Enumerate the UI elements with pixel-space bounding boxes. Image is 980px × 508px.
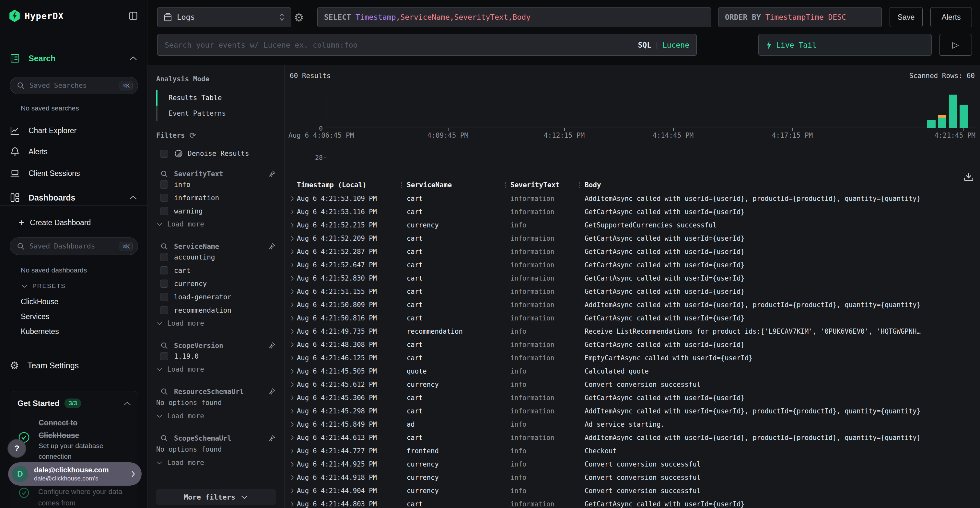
checkbox[interactable]	[160, 306, 168, 314]
denoise-results-option[interactable]: Denoise Results	[156, 149, 276, 158]
results-histogram[interactable]: 28 0 Aug 6 4:06:45 PM4:09:45 PM4:12:15 P…	[285, 65, 980, 146]
table-row[interactable]: Aug 6 4:21:48.308 PMcartinformationGetCa…	[288, 338, 980, 351]
column-header-body[interactable]: Body	[585, 181, 980, 189]
expand-row-icon[interactable]	[288, 422, 297, 427]
table-row[interactable]: Aug 6 4:21:45.298 PMcartinformationAddIt…	[288, 404, 980, 418]
chevron-up-icon[interactable]	[129, 195, 137, 200]
table-row[interactable]: Aug 6 4:21:44.613 PMcartinformationAddIt…	[288, 431, 980, 444]
facet-option-load-generator[interactable]: load-generator	[156, 290, 276, 303]
column-header-severitytext[interactable]: SeverityText	[511, 181, 585, 189]
load-more[interactable]: Load more	[156, 317, 276, 330]
pin-icon[interactable]	[268, 434, 276, 442]
checkbox[interactable]	[160, 253, 168, 261]
table-row[interactable]: Aug 6 4:21:52.287 PMcartinformationGetCa…	[288, 245, 980, 258]
table-row[interactable]: Aug 6 4:21:45.505 PMquoteinfoCalculated …	[288, 365, 980, 378]
expand-row-icon[interactable]	[288, 355, 297, 361]
search-icon[interactable]	[160, 341, 168, 349]
mode-results-table[interactable]: Results Table	[156, 90, 276, 106]
facet-option-currency[interactable]: currency	[156, 277, 276, 290]
facet-option-cart[interactable]: cart	[156, 264, 276, 277]
expand-row-icon[interactable]	[288, 501, 297, 507]
expand-row-icon[interactable]	[288, 249, 297, 255]
expand-row-icon[interactable]	[288, 289, 297, 295]
sidebar-item-services[interactable]: Services	[0, 310, 147, 323]
expand-row-icon[interactable]	[288, 209, 297, 215]
table-row[interactable]: Aug 6 4:21:52.209 PMcartinformationGetCa…	[288, 232, 980, 245]
live-tail-button[interactable]: Live Tail	[758, 34, 932, 56]
chevron-up-icon[interactable]	[124, 401, 131, 406]
alerts-button[interactable]: Alerts	[931, 7, 972, 27]
expand-row-icon[interactable]	[288, 342, 297, 348]
checkbox[interactable]	[160, 207, 168, 215]
user-menu[interactable]: D dale@clickhouse.com dale@clickhouse.co…	[8, 462, 142, 486]
search-icon[interactable]	[160, 242, 168, 251]
sidebar-item-search[interactable]: Search	[0, 51, 147, 65]
table-row[interactable]: Aug 6 4:21:44.727 PMfrontendinfoCheckout	[288, 444, 980, 457]
help-button[interactable]: ?	[8, 440, 25, 457]
mode-lucene-toggle[interactable]: Lucene	[662, 41, 689, 49]
table-row[interactable]: Aug 6 4:21:44.925 PMcurrencyinfoConvert …	[288, 457, 980, 471]
facet-option-info[interactable]: info	[156, 178, 276, 191]
select-columns-input[interactable]: SELECT Timestamp,ServiceName,SeverityTex…	[317, 7, 711, 27]
facet-option-warning[interactable]: warning	[156, 205, 276, 218]
bar-segment-logs[interactable]	[949, 95, 957, 128]
source-select[interactable]: Logs	[157, 7, 291, 27]
expand-row-icon[interactable]	[288, 222, 297, 228]
load-more[interactable]: Load more	[156, 410, 276, 422]
source-settings-gear-icon[interactable]: ⚙	[294, 11, 304, 24]
sidebar-item-clickhouse[interactable]: ClickHouse	[0, 295, 147, 308]
run-query-button[interactable]: ▷	[939, 34, 972, 56]
table-row[interactable]: Aug 6 4:21:52.215 PMcurrencyinfoGetSuppo…	[288, 218, 980, 232]
save-button[interactable]: Save	[889, 7, 923, 27]
sidebar-item-kubernetes[interactable]: Kubernetes	[0, 325, 147, 338]
checkbox[interactable]	[160, 266, 168, 275]
expand-row-icon[interactable]	[288, 408, 297, 414]
saved-dashboards-input[interactable]: ⌘K	[10, 238, 138, 255]
expand-row-icon[interactable]	[288, 448, 297, 454]
expand-row-icon[interactable]	[288, 302, 297, 308]
chevron-up-icon[interactable]	[129, 56, 137, 61]
expand-row-icon[interactable]	[288, 368, 297, 374]
expand-row-icon[interactable]	[288, 275, 297, 281]
saved-searches-input[interactable]: ⌘K	[10, 77, 138, 94]
saved-dashboards-field[interactable]	[30, 242, 119, 250]
pin-icon[interactable]	[268, 341, 276, 349]
expand-row-icon[interactable]	[288, 329, 297, 334]
checkbox[interactable]	[160, 293, 168, 301]
order-by-input[interactable]: ORDER BY TimestampTime DESC	[718, 7, 882, 27]
load-more[interactable]: Load more	[156, 456, 276, 469]
expand-row-icon[interactable]	[288, 382, 297, 387]
table-row[interactable]: Aug 6 4:21:51.155 PMcartinformationGetCa…	[288, 285, 980, 298]
checkbox[interactable]	[160, 279, 168, 288]
sidebar-item-client-sessions[interactable]: Client Sessions	[0, 167, 147, 180]
table-row[interactable]: Aug 6 4:21:50.816 PMcartinformationGetCa…	[288, 311, 980, 325]
table-row[interactable]: Aug 6 4:21:44.904 PMcurrencyinfoConvert …	[288, 484, 980, 497]
column-header-timestamp[interactable]: Timestamp (Local)	[297, 181, 407, 189]
get-started-step1-title[interactable]: Connect to ClickHouse	[38, 417, 97, 442]
table-row[interactable]: Aug 6 4:21:50.809 PMcartinformationAddIt…	[288, 298, 980, 311]
facet-option-information[interactable]: information	[156, 191, 276, 205]
sidebar-item-alerts[interactable]: Alerts	[0, 145, 147, 159]
collapse-sidebar-icon[interactable]	[128, 10, 139, 21]
search-icon[interactable]	[160, 170, 168, 178]
expand-row-icon[interactable]	[288, 315, 297, 321]
pin-icon[interactable]	[268, 387, 276, 395]
table-row[interactable]: Aug 6 4:21:45.306 PMcartinformationGetCa…	[288, 391, 980, 404]
checkbox[interactable]	[160, 181, 168, 189]
table-row[interactable]: Aug 6 4:21:46.125 PMcartinformationEmpty…	[288, 351, 980, 365]
expand-row-icon[interactable]	[288, 395, 297, 401]
pin-icon[interactable]	[268, 242, 276, 251]
checkbox[interactable]	[160, 150, 168, 158]
table-row[interactable]: Aug 6 4:21:45.849 PMadinfoAd service sta…	[288, 418, 980, 431]
facet-option-accounting[interactable]: accounting	[156, 251, 276, 264]
search-icon[interactable]	[160, 434, 168, 442]
create-dashboard-button[interactable]: + Create Dashboard	[0, 216, 147, 229]
sidebar-item-dashboards[interactable]: Dashboards	[0, 190, 147, 205]
expand-row-icon[interactable]	[288, 435, 297, 441]
sidebar-item-team-settings[interactable]: ⚙ Team Settings	[0, 358, 147, 373]
mode-event-patterns[interactable]: Event Patterns	[156, 106, 276, 121]
facet-option-recommendation[interactable]: recommendation	[156, 303, 276, 317]
expand-row-icon[interactable]	[288, 196, 297, 202]
bar-segment-warning[interactable]	[938, 115, 946, 117]
table-row[interactable]: Aug 6 4:21:53.116 PMcartinformationGetCa…	[288, 205, 980, 218]
